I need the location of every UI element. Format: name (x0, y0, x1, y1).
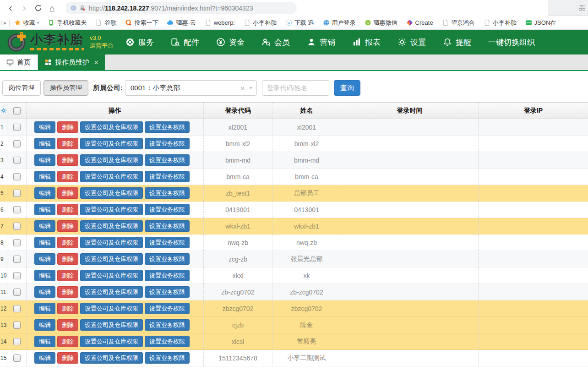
delete-button[interactable]: 删除 (57, 253, 78, 265)
row-checkbox[interactable] (13, 322, 21, 329)
edit-button[interactable]: 编辑 (34, 138, 55, 149)
set-business-permission-button[interactable]: 设置业务权限 (145, 237, 190, 248)
set-company-warehouse-permission-button[interactable]: 设置公司及仓库权限 (80, 253, 143, 265)
row-checkbox[interactable] (13, 190, 21, 197)
url-bar[interactable]: http://118.242.18.227:9071/main/index.ht… (65, 2, 297, 14)
row-checkbox[interactable] (13, 223, 21, 230)
set-company-warehouse-permission-button[interactable]: 设置公司及仓库权限 (80, 171, 143, 182)
column-header-login-time[interactable]: 登录时间 (341, 103, 479, 119)
set-company-warehouse-permission-button[interactable]: 设置公司及仓库权限 (80, 352, 143, 364)
bookmark-item[interactable]: JSON在 ▾ (525, 19, 556, 27)
delete-button[interactable]: 删除 (57, 303, 78, 314)
tab[interactable]: 操作员维护 × (38, 55, 105, 70)
set-business-permission-button[interactable]: 设置业务权限 (145, 204, 190, 215)
set-business-permission-button[interactable]: 设置业务权限 (145, 138, 190, 149)
select-all-checkbox[interactable] (13, 107, 21, 114)
set-business-permission-button[interactable]: 设置业务权限 (145, 121, 190, 133)
edit-button[interactable]: 编辑 (34, 336, 55, 347)
row-checkbox[interactable] (13, 338, 21, 345)
bookmark-item[interactable]: 手机收藏夹 ▾ (48, 19, 87, 27)
set-company-warehouse-permission-button[interactable]: 设置公司及仓库权限 (80, 204, 143, 215)
tab-close-icon[interactable]: × (94, 59, 98, 66)
edit-button[interactable]: 编辑 (34, 270, 55, 281)
forward-button[interactable]: › (17, 1, 31, 15)
set-business-permission-button[interactable]: 设置业务权限 (145, 286, 190, 298)
set-business-permission-button[interactable]: 设置业务权限 (145, 352, 190, 364)
edit-button[interactable]: 编辑 (34, 154, 55, 166)
edit-button[interactable]: 编辑 (34, 352, 55, 364)
row-checkbox[interactable] (13, 256, 21, 263)
set-business-permission-button[interactable]: 设置业务权限 (145, 253, 190, 265)
set-company-warehouse-permission-button[interactable]: 设置公司及仓库权限 (80, 270, 143, 281)
edit-button[interactable]: 编辑 (34, 187, 55, 199)
post-management-button[interactable]: 岗位管理 (2, 80, 41, 96)
delete-button[interactable]: 删除 (57, 336, 78, 347)
edit-button[interactable]: 编辑 (34, 286, 55, 298)
apps-grid-icon[interactable] (579, 5, 586, 11)
set-company-warehouse-permission-button[interactable]: 设置公司及仓库权限 (80, 237, 143, 248)
delete-button[interactable]: 删除 (57, 138, 78, 149)
row-checkbox[interactable] (13, 354, 21, 362)
set-company-warehouse-permission-button[interactable]: 设置公司及仓库权限 (80, 336, 143, 347)
delete-button[interactable]: 删除 (57, 237, 78, 248)
table-settings-icon[interactable] (0, 107, 7, 114)
nav-item[interactable]: 提醒 (443, 37, 471, 48)
home-button[interactable]: ⌂ (45, 1, 59, 15)
nav-item[interactable]: 服务 (125, 37, 154, 48)
row-checkbox[interactable] (13, 124, 21, 131)
nav-item[interactable]: 营销 (307, 37, 335, 48)
bookmarks-collapse-icon[interactable]: ▏▶ (1, 21, 6, 25)
row-checkbox[interactable] (13, 305, 21, 312)
bookmark-item[interactable]: 收藏 ▾ (14, 19, 39, 27)
set-company-warehouse-permission-button[interactable]: 设置公司及仓库权限 (80, 319, 143, 331)
row-checkbox[interactable] (13, 272, 21, 279)
set-business-permission-button[interactable]: 设置业务权限 (145, 303, 190, 314)
delete-button[interactable]: 删除 (57, 270, 78, 281)
edit-button[interactable]: 编辑 (34, 237, 55, 248)
set-company-warehouse-permission-button[interactable]: 设置公司及仓库权限 (80, 154, 143, 166)
row-checkbox[interactable] (13, 173, 21, 180)
bookmark-item[interactable]: 望京鸿合 ▾ (442, 19, 475, 27)
refresh-button[interactable] (34, 4, 42, 12)
delete-button[interactable]: 删除 (57, 286, 78, 298)
edit-button[interactable]: 编辑 (34, 220, 55, 232)
column-header-name[interactable]: 姓名 (272, 103, 341, 119)
edit-button[interactable]: 编辑 (34, 171, 55, 182)
set-company-warehouse-permission-button[interactable]: 设置公司及仓库权限 (80, 220, 143, 232)
delete-button[interactable]: 删除 (57, 187, 78, 199)
delete-button[interactable]: 删除 (57, 154, 78, 166)
bookmark-item[interactable]: 驷惠微信 ▾ (365, 19, 397, 27)
nav-item[interactable]: 设置 (397, 37, 426, 48)
set-company-warehouse-permission-button[interactable]: 设置公司及仓库权限 (80, 138, 143, 149)
operator-management-button[interactable]: 操作员管理 (44, 80, 88, 96)
set-company-warehouse-permission-button[interactable]: 设置公司及仓库权限 (80, 286, 143, 298)
delete-button[interactable]: 删除 (57, 204, 78, 215)
edit-button[interactable]: 编辑 (34, 121, 55, 133)
row-checkbox[interactable] (13, 206, 21, 213)
edit-button[interactable]: 编辑 (34, 319, 55, 331)
delete-button[interactable]: 删除 (57, 352, 78, 364)
search-input[interactable] (262, 80, 329, 96)
tab[interactable]: 首页 × (0, 55, 37, 70)
column-header-login-code[interactable]: 登录代码 (204, 103, 272, 119)
column-header-actions[interactable]: 操作 (27, 103, 204, 119)
row-checkbox[interactable] (13, 140, 21, 147)
back-button[interactable]: ‹ (4, 1, 17, 15)
nav-item[interactable]: 一键切换组织 (488, 37, 535, 48)
row-checkbox[interactable] (13, 289, 21, 296)
company-select[interactable]: 0001：小李总部 × ▼ (125, 80, 257, 96)
set-business-permission-button[interactable]: 设置业务权限 (145, 270, 190, 281)
nav-item[interactable]: 配件 (171, 37, 199, 48)
set-business-permission-button[interactable]: 设置业务权限 (145, 336, 190, 347)
column-header-login-ip[interactable]: 登录IP (479, 103, 588, 119)
delete-button[interactable]: 删除 (57, 171, 78, 182)
bookmark-item[interactable]: 下载 迅 ▾ (285, 19, 314, 27)
edit-button[interactable]: 编辑 (34, 303, 55, 314)
set-company-warehouse-permission-button[interactable]: 设置公司及仓库权限 (80, 187, 143, 199)
bookmark-item[interactable]: 小李补胎 ▾ (484, 19, 517, 27)
set-business-permission-button[interactable]: 设置业务权限 (145, 319, 190, 331)
nav-item[interactable]: 报表 (352, 37, 381, 48)
delete-button[interactable]: 删除 (57, 121, 78, 133)
delete-button[interactable]: 删除 (57, 220, 78, 232)
set-company-warehouse-permission-button[interactable]: 设置公司及仓库权限 (80, 303, 143, 314)
